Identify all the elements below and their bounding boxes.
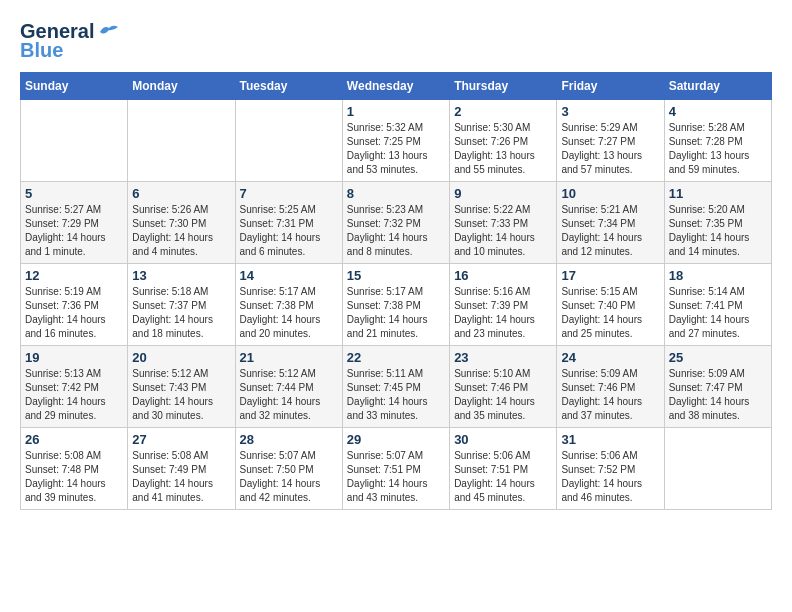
- calendar-cell: [21, 100, 128, 182]
- calendar-cell: 19Sunrise: 5:13 AMSunset: 7:42 PMDayligh…: [21, 346, 128, 428]
- day-number: 19: [25, 350, 123, 365]
- day-info: Sunrise: 5:23 AMSunset: 7:32 PMDaylight:…: [347, 203, 445, 259]
- calendar-cell: 28Sunrise: 5:07 AMSunset: 7:50 PMDayligh…: [235, 428, 342, 510]
- day-number: 7: [240, 186, 338, 201]
- day-info: Sunrise: 5:17 AMSunset: 7:38 PMDaylight:…: [347, 285, 445, 341]
- weekday-header-row: SundayMondayTuesdayWednesdayThursdayFrid…: [21, 73, 772, 100]
- day-info: Sunrise: 5:09 AMSunset: 7:46 PMDaylight:…: [561, 367, 659, 423]
- day-number: 18: [669, 268, 767, 283]
- calendar-cell: 13Sunrise: 5:18 AMSunset: 7:37 PMDayligh…: [128, 264, 235, 346]
- day-number: 2: [454, 104, 552, 119]
- calendar-cell: [128, 100, 235, 182]
- day-number: 30: [454, 432, 552, 447]
- day-info: Sunrise: 5:21 AMSunset: 7:34 PMDaylight:…: [561, 203, 659, 259]
- day-info: Sunrise: 5:25 AMSunset: 7:31 PMDaylight:…: [240, 203, 338, 259]
- day-number: 16: [454, 268, 552, 283]
- calendar-cell: 24Sunrise: 5:09 AMSunset: 7:46 PMDayligh…: [557, 346, 664, 428]
- day-number: 29: [347, 432, 445, 447]
- calendar-cell: 5Sunrise: 5:27 AMSunset: 7:29 PMDaylight…: [21, 182, 128, 264]
- calendar-cell: 7Sunrise: 5:25 AMSunset: 7:31 PMDaylight…: [235, 182, 342, 264]
- calendar-cell: 2Sunrise: 5:30 AMSunset: 7:26 PMDaylight…: [450, 100, 557, 182]
- weekday-header-monday: Monday: [128, 73, 235, 100]
- calendar-cell: 8Sunrise: 5:23 AMSunset: 7:32 PMDaylight…: [342, 182, 449, 264]
- day-info: Sunrise: 5:15 AMSunset: 7:40 PMDaylight:…: [561, 285, 659, 341]
- day-number: 26: [25, 432, 123, 447]
- day-info: Sunrise: 5:08 AMSunset: 7:48 PMDaylight:…: [25, 449, 123, 505]
- calendar-cell: 11Sunrise: 5:20 AMSunset: 7:35 PMDayligh…: [664, 182, 771, 264]
- calendar-cell: 31Sunrise: 5:06 AMSunset: 7:52 PMDayligh…: [557, 428, 664, 510]
- day-number: 3: [561, 104, 659, 119]
- weekday-header-wednesday: Wednesday: [342, 73, 449, 100]
- calendar-week-row: 5Sunrise: 5:27 AMSunset: 7:29 PMDaylight…: [21, 182, 772, 264]
- day-info: Sunrise: 5:17 AMSunset: 7:38 PMDaylight:…: [240, 285, 338, 341]
- calendar-cell: 18Sunrise: 5:14 AMSunset: 7:41 PMDayligh…: [664, 264, 771, 346]
- day-number: 20: [132, 350, 230, 365]
- weekday-header-tuesday: Tuesday: [235, 73, 342, 100]
- day-info: Sunrise: 5:29 AMSunset: 7:27 PMDaylight:…: [561, 121, 659, 177]
- calendar-cell: 4Sunrise: 5:28 AMSunset: 7:28 PMDaylight…: [664, 100, 771, 182]
- page-header: General Blue: [20, 20, 772, 62]
- calendar-week-row: 19Sunrise: 5:13 AMSunset: 7:42 PMDayligh…: [21, 346, 772, 428]
- calendar-cell: 10Sunrise: 5:21 AMSunset: 7:34 PMDayligh…: [557, 182, 664, 264]
- logo-blue-text: Blue: [20, 39, 63, 62]
- day-info: Sunrise: 5:14 AMSunset: 7:41 PMDaylight:…: [669, 285, 767, 341]
- day-info: Sunrise: 5:06 AMSunset: 7:52 PMDaylight:…: [561, 449, 659, 505]
- weekday-header-saturday: Saturday: [664, 73, 771, 100]
- calendar-cell: 21Sunrise: 5:12 AMSunset: 7:44 PMDayligh…: [235, 346, 342, 428]
- day-info: Sunrise: 5:13 AMSunset: 7:42 PMDaylight:…: [25, 367, 123, 423]
- day-info: Sunrise: 5:16 AMSunset: 7:39 PMDaylight:…: [454, 285, 552, 341]
- calendar-week-row: 1Sunrise: 5:32 AMSunset: 7:25 PMDaylight…: [21, 100, 772, 182]
- day-info: Sunrise: 5:28 AMSunset: 7:28 PMDaylight:…: [669, 121, 767, 177]
- calendar-cell: 25Sunrise: 5:09 AMSunset: 7:47 PMDayligh…: [664, 346, 771, 428]
- calendar-cell: 14Sunrise: 5:17 AMSunset: 7:38 PMDayligh…: [235, 264, 342, 346]
- day-info: Sunrise: 5:26 AMSunset: 7:30 PMDaylight:…: [132, 203, 230, 259]
- calendar-cell: 12Sunrise: 5:19 AMSunset: 7:36 PMDayligh…: [21, 264, 128, 346]
- calendar-cell: 15Sunrise: 5:17 AMSunset: 7:38 PMDayligh…: [342, 264, 449, 346]
- calendar-cell: 16Sunrise: 5:16 AMSunset: 7:39 PMDayligh…: [450, 264, 557, 346]
- calendar-cell: 29Sunrise: 5:07 AMSunset: 7:51 PMDayligh…: [342, 428, 449, 510]
- day-info: Sunrise: 5:20 AMSunset: 7:35 PMDaylight:…: [669, 203, 767, 259]
- day-info: Sunrise: 5:32 AMSunset: 7:25 PMDaylight:…: [347, 121, 445, 177]
- day-number: 13: [132, 268, 230, 283]
- calendar-cell: 1Sunrise: 5:32 AMSunset: 7:25 PMDaylight…: [342, 100, 449, 182]
- calendar-week-row: 26Sunrise: 5:08 AMSunset: 7:48 PMDayligh…: [21, 428, 772, 510]
- calendar-cell: 6Sunrise: 5:26 AMSunset: 7:30 PMDaylight…: [128, 182, 235, 264]
- calendar-cell: 22Sunrise: 5:11 AMSunset: 7:45 PMDayligh…: [342, 346, 449, 428]
- day-number: 14: [240, 268, 338, 283]
- day-number: 25: [669, 350, 767, 365]
- weekday-header-friday: Friday: [557, 73, 664, 100]
- day-number: 23: [454, 350, 552, 365]
- day-number: 28: [240, 432, 338, 447]
- day-info: Sunrise: 5:10 AMSunset: 7:46 PMDaylight:…: [454, 367, 552, 423]
- day-number: 1: [347, 104, 445, 119]
- calendar-cell: 3Sunrise: 5:29 AMSunset: 7:27 PMDaylight…: [557, 100, 664, 182]
- calendar-cell: 20Sunrise: 5:12 AMSunset: 7:43 PMDayligh…: [128, 346, 235, 428]
- day-number: 15: [347, 268, 445, 283]
- day-info: Sunrise: 5:07 AMSunset: 7:51 PMDaylight:…: [347, 449, 445, 505]
- day-info: Sunrise: 5:30 AMSunset: 7:26 PMDaylight:…: [454, 121, 552, 177]
- day-info: Sunrise: 5:06 AMSunset: 7:51 PMDaylight:…: [454, 449, 552, 505]
- day-info: Sunrise: 5:18 AMSunset: 7:37 PMDaylight:…: [132, 285, 230, 341]
- calendar-cell: [664, 428, 771, 510]
- day-number: 10: [561, 186, 659, 201]
- day-number: 6: [132, 186, 230, 201]
- weekday-header-sunday: Sunday: [21, 73, 128, 100]
- day-info: Sunrise: 5:09 AMSunset: 7:47 PMDaylight:…: [669, 367, 767, 423]
- calendar-cell: 9Sunrise: 5:22 AMSunset: 7:33 PMDaylight…: [450, 182, 557, 264]
- calendar-cell: [235, 100, 342, 182]
- day-number: 21: [240, 350, 338, 365]
- calendar-cell: 30Sunrise: 5:06 AMSunset: 7:51 PMDayligh…: [450, 428, 557, 510]
- day-info: Sunrise: 5:27 AMSunset: 7:29 PMDaylight:…: [25, 203, 123, 259]
- day-number: 22: [347, 350, 445, 365]
- day-info: Sunrise: 5:12 AMSunset: 7:43 PMDaylight:…: [132, 367, 230, 423]
- day-info: Sunrise: 5:07 AMSunset: 7:50 PMDaylight:…: [240, 449, 338, 505]
- day-info: Sunrise: 5:12 AMSunset: 7:44 PMDaylight:…: [240, 367, 338, 423]
- day-number: 27: [132, 432, 230, 447]
- day-info: Sunrise: 5:11 AMSunset: 7:45 PMDaylight:…: [347, 367, 445, 423]
- day-info: Sunrise: 5:08 AMSunset: 7:49 PMDaylight:…: [132, 449, 230, 505]
- day-number: 4: [669, 104, 767, 119]
- calendar-cell: 23Sunrise: 5:10 AMSunset: 7:46 PMDayligh…: [450, 346, 557, 428]
- day-number: 31: [561, 432, 659, 447]
- logo-arrow-icon: [96, 21, 118, 43]
- day-info: Sunrise: 5:22 AMSunset: 7:33 PMDaylight:…: [454, 203, 552, 259]
